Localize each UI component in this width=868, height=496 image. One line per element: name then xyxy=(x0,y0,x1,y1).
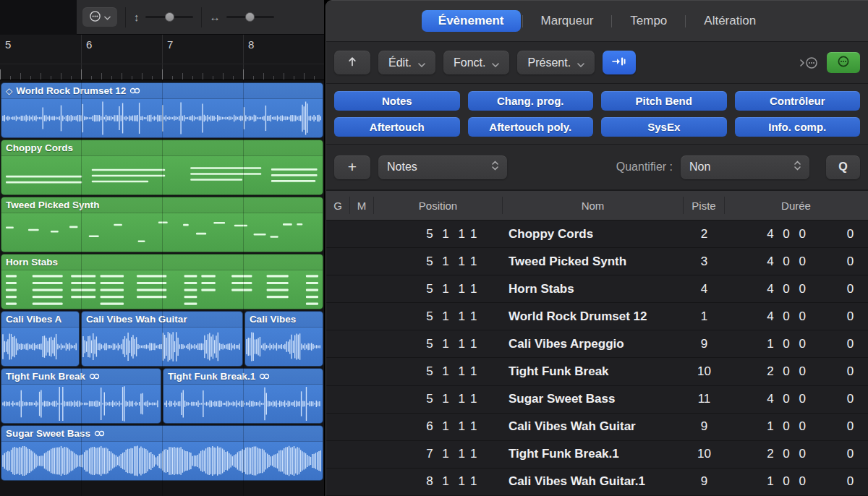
event-name: Cali Vibes Wah Guitar.1 xyxy=(503,474,684,489)
header-track: Piste xyxy=(684,197,725,214)
track-lane: Horn Stabs xyxy=(0,253,324,310)
track-lane: Cali Vibes ACali Vibes Wah GuitarCali Vi… xyxy=(0,310,324,367)
event-row[interactable]: 5 1 1 1 Tight Funk Break 10 2 0 0 0 xyxy=(326,358,868,385)
event-type-value: Notes xyxy=(387,161,417,174)
slider-knob[interactable] xyxy=(245,12,255,22)
region-cali-vibes[interactable]: Cali Vibes xyxy=(244,311,323,367)
midi-plug-icon[interactable] xyxy=(799,56,819,69)
horizontal-zoom-slider[interactable] xyxy=(226,16,274,18)
loop-icon xyxy=(94,428,105,439)
quantize-select[interactable]: Non xyxy=(681,155,809,179)
filter-info-comp[interactable]: Info. comp. xyxy=(735,117,861,137)
ruler-tick-marks xyxy=(0,65,324,80)
region-sugar-sweet-bass[interactable]: Sugar Sweet Bass xyxy=(1,425,323,481)
event-list-panel: ÉvènementMarqueurTempoAltération Édit. F… xyxy=(326,0,868,496)
filter-aftertouch-poly[interactable]: Aftertouch poly. xyxy=(468,117,594,137)
event-length-tick: 0 xyxy=(833,474,867,489)
filter-controleur[interactable]: Contrôleur xyxy=(735,91,861,111)
edit-menu-button[interactable]: Édit. xyxy=(378,51,435,74)
region-title: Choppy Cords xyxy=(1,140,323,156)
event-row[interactable]: 5 1 1 1 World Rock Drumset 12 1 4 0 0 0 xyxy=(326,303,868,330)
header-length: Durée xyxy=(725,197,867,214)
midi-notes xyxy=(1,156,323,194)
event-row[interactable]: 7 1 1 1 Tight Funk Break.1 10 2 0 0 0 xyxy=(326,441,868,469)
region-tweed-picked-synth[interactable]: Tweed Picked Synth xyxy=(1,197,323,252)
event-position: 7 1 1 xyxy=(374,447,469,461)
event-track: 4 xyxy=(684,282,725,296)
filter-sysex[interactable]: SysEx xyxy=(601,117,727,137)
event-name: Tight Funk Break.1 xyxy=(503,447,684,461)
region-name: Tweed Picked Synth xyxy=(6,200,100,210)
tracks-area: ↕ ↔ 5678 ◇World Rock Drumset 12Choppy Co… xyxy=(0,0,326,496)
region-tight-funk-break-1[interactable]: Tight Funk Break.1 xyxy=(163,368,323,424)
region-menu-button[interactable] xyxy=(82,7,117,27)
event-length-tick: 0 xyxy=(833,227,867,241)
functions-menu-button[interactable]: Fonct. xyxy=(443,51,509,74)
bar-ruler[interactable]: 5678 xyxy=(0,35,324,80)
event-length: 1 0 0 xyxy=(725,474,833,489)
tab-evenement[interactable]: Évènement xyxy=(422,10,521,32)
event-row[interactable]: 5 1 1 1 Cali Vibes Arpeggio 9 1 0 0 0 xyxy=(326,330,868,358)
region-name: Horn Stabs xyxy=(6,257,58,268)
quantize-apply-button[interactable]: Q xyxy=(826,155,860,179)
midi-notes xyxy=(1,270,323,309)
event-length: 2 0 0 xyxy=(725,364,833,379)
filter-aftertouch[interactable]: Aftertouch xyxy=(334,117,460,137)
event-type-select[interactable]: Notes xyxy=(378,155,507,179)
event-position-tick: 1 xyxy=(469,474,503,489)
event-toolbar: Édit. Fonct. Présent. xyxy=(326,42,868,84)
event-position-tick: 1 xyxy=(469,337,503,351)
event-length-tick: 0 xyxy=(833,309,867,324)
tab-separator xyxy=(685,15,686,27)
circle-ellipsis-icon xyxy=(89,10,101,25)
ruler-bar-number: 5 xyxy=(5,38,11,51)
event-row[interactable]: 5 1 1 1 Tweed Picked Synth 3 4 0 0 0 xyxy=(326,248,868,275)
event-row[interactable]: 5 1 1 1 Choppy Cords 2 4 0 0 0 xyxy=(326,221,868,248)
region-cali-vibes-a[interactable]: Cali Vibes A xyxy=(1,311,80,367)
event-row[interactable]: 5 1 1 1 Horn Stabs 4 4 0 0 0 xyxy=(326,275,868,303)
tab-alteration[interactable]: Altération xyxy=(687,10,773,32)
event-position: 5 1 1 xyxy=(374,227,469,241)
event-name: Cali Vibes Arpeggio xyxy=(503,337,684,351)
event-position-tick: 1 xyxy=(469,419,503,434)
event-row[interactable]: 6 1 1 1 Cali Vibes Wah Guitar 9 1 0 0 0 xyxy=(326,414,868,441)
region-tight-funk-break[interactable]: Tight Funk Break xyxy=(1,368,161,424)
waveform xyxy=(245,328,323,366)
midi-plug-icon xyxy=(836,56,851,69)
event-length: 4 0 0 xyxy=(725,309,833,324)
slider-knob[interactable] xyxy=(165,12,174,22)
filter-pitch-bend[interactable]: Pitch Bend xyxy=(601,91,727,111)
editor-tabs: ÉvènementMarqueurTempoAltération xyxy=(326,1,868,42)
region-content xyxy=(1,270,323,309)
region-choppy-cords[interactable]: Choppy Cords xyxy=(1,140,323,195)
filter-notes[interactable]: Notes xyxy=(334,91,460,111)
event-length: 4 0 0 xyxy=(725,227,833,241)
region-cali-vibes-wah-guitar[interactable]: Cali Vibes Wah Guitar xyxy=(81,311,243,367)
event-row[interactable]: 5 1 1 1 Sugar Sweet Bass 11 4 0 0 0 xyxy=(326,386,868,414)
region-world-rock-drumset-12[interactable]: ◇World Rock Drumset 12 xyxy=(1,82,323,138)
vertical-zoom-slider[interactable] xyxy=(145,16,193,18)
toolbar-divider xyxy=(125,7,126,27)
vertical-zoom-icon: ↕ xyxy=(134,11,140,23)
region-name: Tight Funk Break xyxy=(6,371,85,382)
tab-tempo[interactable]: Tempo xyxy=(613,10,684,32)
header-g: G xyxy=(326,197,350,214)
filter-chang-prog[interactable]: Chang. prog. xyxy=(468,91,594,111)
region-horn-stabs[interactable]: Horn Stabs xyxy=(1,254,323,309)
hierarchy-up-button[interactable] xyxy=(334,51,370,74)
midi-in-icon xyxy=(611,56,627,69)
region-name: Choppy Cords xyxy=(6,142,73,153)
event-length-tick: 0 xyxy=(833,392,867,406)
region-name: Cali Vibes A xyxy=(6,314,61,325)
chevron-down-icon xyxy=(577,57,584,70)
midi-in-button[interactable] xyxy=(603,51,636,74)
event-row[interactable]: 8 1 1 1 Cali Vibes Wah Guitar.1 9 1 0 0 … xyxy=(326,469,868,496)
tab-marqueur[interactable]: Marqueur xyxy=(524,10,610,32)
view-menu-button[interactable]: Présent. xyxy=(517,51,595,74)
event-type-filters: NotesChang. prog.Pitch BendContrôleurAft… xyxy=(326,84,868,145)
event-name: Cali Vibes Wah Guitar xyxy=(503,419,684,434)
event-length-tick: 0 xyxy=(833,255,867,269)
region-title: Horn Stabs xyxy=(1,255,323,270)
midi-plug-active-button[interactable] xyxy=(827,52,860,73)
add-event-button[interactable]: + xyxy=(334,155,370,179)
